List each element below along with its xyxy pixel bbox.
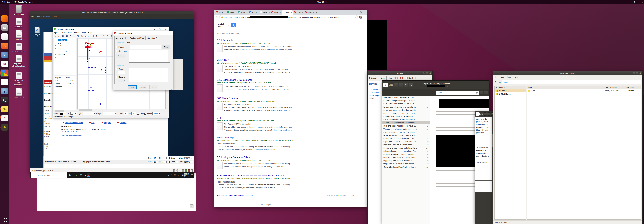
search-match-row[interactable]: most end-users have limited technica… 10 — [382, 143, 430, 146]
dock-icon[interactable]: >_ — [1, 97, 8, 103]
toolbar-icon[interactable]: ⛶ — [91, 34, 95, 38]
result-thumbnail[interactable] — [217, 103, 222, 110]
notebook-button[interactable]: Notebook — [406, 77, 416, 79]
minimize-icon[interactable]: – — [357, 11, 358, 13]
dock-icon[interactable]: ? — [1, 51, 8, 58]
tab-close-icon[interactable]: ✕ — [246, 11, 248, 13]
tab-close-icon[interactable]: ✕ — [313, 11, 314, 13]
result-title-link[interactable]: EXECUTIVE SUMMARY ================= * Ec… — [217, 175, 312, 177]
kebab-menu-icon[interactable]: ⋮ — [364, 16, 366, 18]
toolbar-icon[interactable]: ⊕ — [110, 34, 114, 38]
clear-search-icon[interactable]: ✕ — [228, 24, 229, 26]
taskbar-clock[interactable]: 2:45 PM7/17/2019 — [182, 173, 190, 177]
result-title-link[interactable]: full list of changes — [217, 136, 312, 139]
app-menu[interactable]: Google Chrome ▾ — [12, 1, 35, 3]
last-changed-column-header[interactable]: Last Changed — [604, 86, 625, 89]
toolbar-icon[interactable]: T — [95, 34, 98, 38]
search-match-row[interactable]: an end-user perspective. Data analyti… 1 — [382, 121, 430, 124]
symbol-editor-menu-item[interactable]: Align — [80, 31, 87, 34]
dock-icon[interactable]: ≡ — [1, 33, 8, 40]
search-match-row[interactable]: to end-users and facilitate dialogues … … — [382, 115, 430, 118]
value-column-header[interactable]: Value — [66, 77, 75, 79]
result-title-link[interactable]: 3.2.1 Rectangle — [217, 39, 312, 42]
search-match-row[interactable]: statistician end-users with a visual lan… — [382, 156, 430, 159]
vmware-titlebar[interactable]: Windows 10 x64 - VMware Workstation 15 P… — [30, 11, 194, 14]
toolbar-icon[interactable]: ⊞ — [76, 34, 80, 38]
desktop-file[interactable]: questions.txt — [12, 88, 25, 98]
pdf2-page[interactable]: mapped to the cjunction, as welpreserved… — [475, 117, 492, 180]
close-button[interactable]: Close — [128, 85, 136, 89]
desktop-file[interactable]: watch.on — [12, 18, 25, 28]
notebooks-header[interactable]: Notebooks — [494, 86, 526, 89]
search-match-row[interactable]: for end-users like data scientists, for … — [382, 105, 430, 108]
device-disk-icon[interactable] — [173, 169, 176, 172]
dock-icon[interactable]: ✎ — [1, 106, 8, 112]
show-checkbox[interactable] — [176, 157, 178, 159]
snap-checkbox[interactable]: ✓ — [168, 157, 170, 159]
search-match-row[interactable]: provides end-to-end support betwee… 10 — [382, 153, 430, 156]
device-usb-icon[interactable]: ⇅ — [179, 169, 181, 172]
desktop-file[interactable]: tmp-notes-physofnotations.txt — [12, 55, 25, 69]
caret-down-icon[interactable]: ▾ — [642, 1, 643, 3]
minimize-icon[interactable]: – — [633, 72, 635, 74]
search-match-row[interactable]: based end-user evaluation of BiDaML… 9 — [382, 137, 430, 140]
property-column-header[interactable]: Property — [54, 77, 66, 79]
result-thumbnail[interactable] — [217, 65, 222, 72]
reload-icon[interactable]: ⟳ — [216, 16, 218, 18]
zoom-select[interactable]: 100%▾ — [184, 157, 193, 159]
result-title-link[interactable]: S60 Phone Example — [217, 97, 312, 100]
search-match-row[interactable]: of end-to-end processes [10]. To addr… 1 — [382, 99, 430, 102]
property-row[interactable]: X, Y-40, 20 — [54, 79, 76, 82]
dock-icon[interactable]: A — [1, 42, 8, 49]
string-radio[interactable] — [116, 68, 118, 70]
resize-grip[interactable] — [171, 88, 172, 90]
search-notes-input[interactable]: bpmn — [502, 80, 641, 84]
color-select[interactable]: ▾ — [60, 112, 66, 115]
tab-close-icon[interactable]: ✕ — [280, 11, 281, 13]
menu-item[interactable]: Help — [512, 75, 519, 78]
browser-tab[interactable]: M MetaE ✕ — [304, 10, 315, 14]
cse-search-input[interactable]: symbol mer✕ — [217, 23, 230, 27]
volume-icon[interactable]: 🕩 — [636, 1, 638, 3]
string-operator-select[interactable]: =▾ — [118, 71, 125, 74]
grid-y-input[interactable]: 10 — [132, 112, 136, 115]
result-thumbnail[interactable] — [217, 84, 222, 92]
toolbar-icon[interactable]: ╲ — [106, 34, 110, 38]
browser-tab[interactable]: ▤ PoN a ✕ — [248, 10, 260, 14]
task-view-icon[interactable]: ⧉ — [68, 174, 72, 177]
toolbar-icon[interactable]: ▭ — [87, 34, 91, 38]
find-input[interactable]: end-✕ — [436, 91, 479, 95]
symbol-editor-menu-item[interactable]: View — [66, 31, 72, 34]
device-printer-icon[interactable] — [182, 169, 184, 172]
symbol-element-row[interactable]: ⊞ Template — [54, 53, 76, 56]
generator-radio[interactable] — [116, 50, 118, 52]
result-title-link[interactable]: 8.4.6 Extensions to SVG elements — [217, 79, 312, 81]
symbol-editor-window-controls[interactable]: – ❐ ✕ — [154, 28, 168, 30]
vmware-menu-item[interactable]: Virtual Machine — [36, 15, 51, 18]
note-result-row[interactable]: BPMN Today, 11:37 AM Title match — [527, 89, 641, 92]
show-checkbox[interactable] — [176, 161, 178, 163]
result-thumbnail[interactable] — [217, 122, 222, 130]
metaedit-tree-item[interactable]: Lab Shape — [44, 115, 53, 117]
maximize-icon[interactable]: ▫ — [426, 72, 428, 74]
browser-tab[interactable]: G Goog ✕ — [282, 10, 293, 14]
search-match-row[interactable]: Current End-user Data Analytics Tool … 1… — [382, 165, 430, 168]
find-button[interactable] — [404, 83, 408, 87]
grid-x-input[interactable]: 10 — [153, 161, 158, 163]
clear-button[interactable]: Clear — [162, 45, 170, 49]
apply-button[interactable]: Apply — [150, 85, 158, 89]
metaedit-tree-item[interactable]: Cluster — [44, 110, 53, 112]
dialog-tab[interactable]: Position and Size — [128, 36, 146, 40]
symbol-element-row[interactable]: ╲ Line — [54, 41, 76, 44]
desktop-file-rubbish-bin[interactable]: Rubbish Bin — [12, 6, 25, 15]
minimize-icon[interactable]: – — [423, 72, 425, 74]
tab-close-icon[interactable]: ✕ — [268, 11, 270, 13]
metaedit-nav-item[interactable]: Search all — [44, 106, 53, 107]
address-bar[interactable]: 🔒 https://cse.google.com/cse?cx= &q=cond… — [219, 15, 358, 19]
weight-select[interactable]: 1 ▾ — [103, 112, 116, 115]
browser-tab[interactable]: G metac ✕ — [260, 10, 271, 14]
vmware-menu-item[interactable]: File — [30, 15, 36, 18]
metaedit-tree-item[interactable]: CVL VM — [44, 113, 53, 114]
property-row[interactable]: Extent90 x 60 — [54, 82, 76, 85]
symbol-editor-menu-item[interactable]: Symbol — [53, 31, 61, 34]
